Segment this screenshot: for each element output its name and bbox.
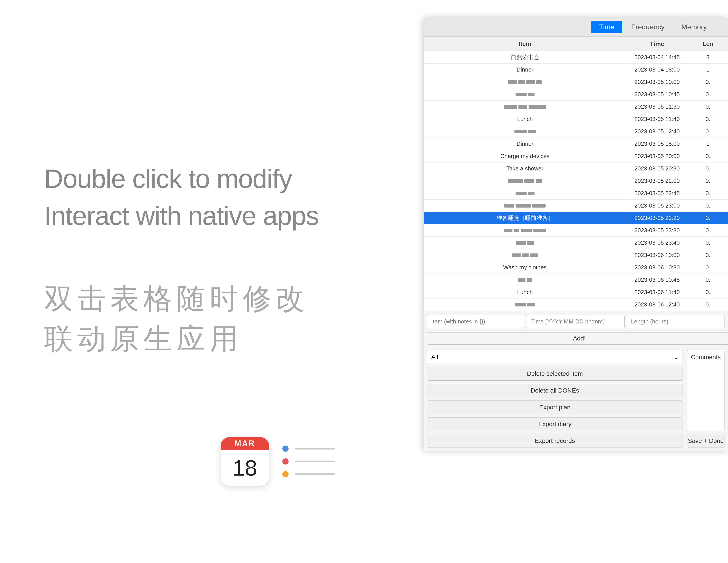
table-row[interactable]: Dinner 2023-03-04 18:00 1 [424,64,728,76]
table-row[interactable]: 准备睡觉（睡前准备） 2023-03-05 23:20 0. [424,212,728,224]
cell-len: 1 [688,138,728,150]
filter-dropdown[interactable]: All ⌄ [427,350,683,364]
comments-label: Comments [691,354,721,361]
table-row[interactable]: 2023-03-05 22:00 0. [424,175,728,187]
time-input[interactable] [527,315,625,328]
table-row[interactable]: 2023-03-05 23:30 0. [424,224,728,237]
cell-item: Charge my devices [500,153,550,160]
table-row[interactable]: 2023-03-05 12:40 0. [424,125,728,138]
cell-len: 0. [688,187,728,199]
cell-item-col [424,101,626,113]
table-row[interactable]: 2023-03-06 10:45 0. [424,274,728,286]
cell-item-col [424,299,626,311]
cell-item: Take a shower [507,165,544,172]
tab-frequency[interactable]: Frequency [623,21,672,33]
dots-area [282,446,335,477]
cell-len: 0. [688,101,728,113]
dot-line-1 [295,448,335,450]
comments-area: Comments [687,350,724,431]
length-input[interactable] [627,315,724,328]
calendar-day: 18 [221,450,269,486]
cell-item-col: Lunch [424,286,626,298]
cell-time: 2023-03-05 20:00 [626,150,688,162]
cell-len: 3 [688,51,728,63]
cell-len: 0. [688,224,728,236]
cell-item-col [424,274,626,286]
cell-len: 0. [688,125,728,137]
cell-item-col: Charge my devices [424,150,626,162]
left-area: Double click to modify Interact with nat… [0,0,419,563]
cell-item: 自然读书会 [511,53,539,61]
export-records-button[interactable]: Export records [427,434,683,448]
table-row[interactable]: 2023-03-05 23:00 0. [424,199,728,212]
cell-item-col [424,125,626,137]
cell-time: 2023-03-06 10:30 [626,261,688,273]
table-row[interactable]: Lunch 2023-03-05 11:40 0. [424,113,728,125]
cell-time: 2023-03-05 10:45 [626,88,688,100]
calendar-month: MAR [221,437,269,450]
english-tagline: Double click to modify Interact with nat… [44,160,319,234]
cell-item-col: Dinner [424,138,626,150]
cell-len: 0. [688,88,728,100]
cell-item: Lunch [517,289,533,296]
cell-time: 2023-03-06 12:40 [626,299,688,311]
cell-item-col: 自然读书会 [424,51,626,63]
cell-len: 0. [688,274,728,286]
col-header-time: Time [626,37,688,51]
cell-time: 2023-03-05 18:00 [626,138,688,150]
bottom-controls: All ⌄ Delete selected item Delete all DO… [424,347,728,451]
cell-time: 2023-03-05 23:00 [626,199,688,212]
filter-value: All [431,354,438,361]
table-row[interactable]: 自然读书会 2023-03-04 14:45 3 [424,51,728,64]
cell-item-col [424,199,626,212]
cell-time: 2023-03-06 10:00 [626,249,688,261]
cell-item-col [424,237,626,249]
table-row[interactable]: 2023-03-05 10:00 0. [424,76,728,88]
table-row[interactable]: Dinner 2023-03-05 18:00 1 [424,138,728,150]
right-col: Comments Save + Done [687,350,724,448]
app-window: Time Frequency Memory Item Time Len 自然读书… [424,18,728,451]
tab-bar: Time Frequency Memory [424,18,728,37]
calendar-area: MAR 18 [221,437,335,486]
chinese-tagline: 双击表格随时修改 联动原生应用 [44,278,309,359]
dot-line-3 [295,473,335,475]
dot-red [282,458,289,465]
table-row[interactable]: Take a shower 2023-03-05 20:30 0. [424,162,728,175]
dot-row-3 [282,471,335,477]
tab-time[interactable]: Time [591,21,622,33]
cell-len: 0. [688,212,728,224]
cell-time: 2023-03-05 11:40 [626,113,688,125]
table-row[interactable]: 2023-03-05 23:40 0. [424,237,728,249]
add-button[interactable]: Add! [427,332,728,345]
cell-time: 2023-03-04 14:45 [626,51,688,63]
cell-time: 2023-03-05 10:00 [626,76,688,88]
table-row[interactable]: Lunch 2023-03-06 11:40 0. [424,286,728,299]
table-row[interactable]: 2023-03-06 10:00 0. [424,249,728,261]
delete-selected-button[interactable]: Delete selected item [427,367,683,381]
save-done-button[interactable]: Save + Done [687,434,724,448]
item-input[interactable] [427,315,525,328]
dot-line-2 [295,461,335,462]
cell-len: 0. [688,150,728,162]
cell-item-col: 准备睡觉（睡前准备） [424,212,626,224]
tab-memory[interactable]: Memory [673,21,715,33]
cell-len: 0. [688,249,728,261]
cell-len: 0. [688,237,728,249]
table-row[interactable]: 2023-03-05 22:45 0. [424,187,728,199]
table-row[interactable]: Wash my clothes 2023-03-06 10:30 0. [424,261,728,274]
dot-row-2 [282,458,335,465]
cell-time: 2023-03-05 23:40 [626,237,688,249]
cell-time: 2023-03-05 22:45 [626,187,688,199]
table-row[interactable]: 2023-03-05 11:30 0. [424,101,728,113]
export-diary-button[interactable]: Export diary [427,417,683,431]
cell-item-col [424,175,626,187]
chevron-down-icon: ⌄ [674,353,679,361]
table-row[interactable]: Charge my devices 2023-03-05 20:00 0. [424,150,728,162]
delete-dones-button[interactable]: Delete all DONEs [427,384,683,398]
table-row[interactable]: 2023-03-06 12:40 0. [424,299,728,311]
cell-len: 0. [688,199,728,212]
table-row[interactable]: 2023-03-05 10:45 0. [424,88,728,101]
cell-item: Lunch [517,116,533,122]
export-plan-button[interactable]: Export plan [427,401,683,414]
cell-item-col: Dinner [424,64,626,76]
